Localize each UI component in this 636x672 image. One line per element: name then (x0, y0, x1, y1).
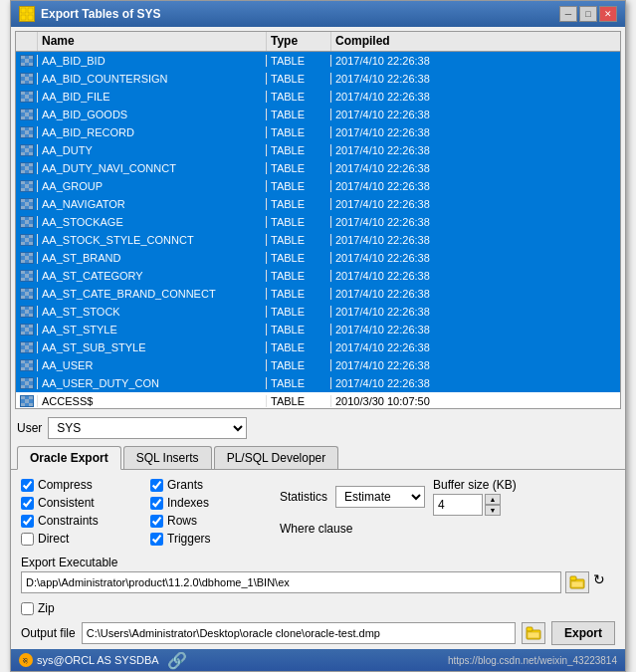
row-icon (16, 180, 38, 192)
zip-checkbox[interactable] (21, 602, 34, 615)
checkbox-compress: Compress (21, 478, 130, 492)
table-icon (20, 306, 34, 318)
triggers-checkbox[interactable] (150, 533, 163, 546)
rows-checkbox[interactable] (150, 515, 163, 528)
row-type: TABLE (267, 377, 331, 389)
row-name: AA_DUTY_NAVI_CONNCT (38, 162, 267, 174)
table-icon (20, 198, 34, 210)
export-button[interactable]: Export (551, 621, 615, 645)
row-compiled: 2017/4/10 22:26:38 (331, 252, 620, 264)
table-row[interactable]: AA_BID_BID TABLE 2017/4/10 22:26:38 (16, 52, 620, 70)
refresh-button[interactable]: ↻ (593, 571, 615, 593)
options-panel: Compress Consistent Constraints Direct (11, 470, 625, 554)
row-type: TABLE (267, 288, 331, 300)
row-compiled: 2017/4/10 22:26:38 (331, 341, 620, 353)
window-title: Export Tables of SYS (41, 7, 160, 21)
table-row[interactable]: AA_DUTY_NAVI_CONNCT TABLE 2017/4/10 22:2… (16, 159, 620, 177)
table-row[interactable]: AA_BID_COUNTERSIGN TABLE 2017/4/10 22:26… (16, 70, 620, 88)
indexes-label: Indexes (167, 496, 209, 510)
table-icon (20, 109, 34, 120)
row-compiled: 2017/4/10 22:26:38 (331, 109, 620, 120)
row-compiled: 2017/4/10 22:26:38 (331, 359, 620, 371)
row-name: AA_STOCK_STYLE_CONNCT (38, 234, 267, 246)
table-icon (20, 126, 34, 138)
svg-rect-3 (28, 15, 33, 20)
spinner-down[interactable]: ▼ (485, 505, 501, 516)
window-icon (19, 6, 35, 22)
row-type: TABLE (267, 162, 331, 174)
table-row[interactable]: AA_USER_DUTY_CON TABLE 2017/4/10 22:26:3… (16, 374, 620, 392)
row-type: TABLE (267, 359, 331, 371)
tab-sql-inserts[interactable]: SQL Inserts (123, 446, 212, 469)
table-row[interactable]: AA_NAVIGATOR TABLE 2017/4/10 22:26:38 (16, 195, 620, 213)
table-row[interactable]: AA_USER TABLE 2017/4/10 22:26:38 (16, 356, 620, 374)
maximize-button[interactable]: □ (579, 6, 597, 22)
user-select[interactable]: SYS (48, 417, 247, 439)
direct-checkbox[interactable] (21, 533, 34, 546)
row-icon (16, 198, 38, 210)
row-compiled: 2017/4/10 22:26:38 (331, 162, 620, 174)
row-icon (16, 359, 38, 371)
row-compiled: 2017/4/10 22:26:38 (331, 144, 620, 156)
table-row[interactable]: AA_BID_GOODS TABLE 2017/4/10 22:26:38 (16, 106, 620, 123)
table-row[interactable]: ACCESS$ TABLE 2010/3/30 10:07:50 (16, 392, 620, 408)
col-icon (16, 32, 38, 51)
table-row[interactable]: AA_STOCK_STYLE_CONNCT TABLE 2017/4/10 22… (16, 231, 620, 249)
row-name: ACCESS$ (38, 395, 267, 407)
row-icon (16, 341, 38, 353)
row-icon (16, 126, 38, 138)
exec-input[interactable] (21, 571, 561, 593)
row-compiled: 2010/3/30 10:07:50 (331, 395, 620, 407)
row-type: TABLE (267, 306, 331, 318)
row-name: AA_BID_GOODS (38, 109, 267, 120)
table-row[interactable]: AA_GROUP TABLE 2017/4/10 22:26:38 (16, 177, 620, 195)
row-name: AA_ST_BRAND (38, 252, 267, 264)
statusbar: ⛓ sys@ORCL AS SYSDBA 🔗 https://blog.csdn… (11, 649, 625, 671)
col-name: Name (38, 32, 267, 51)
where-label: Where clause (280, 522, 352, 536)
table-row[interactable]: AA_ST_CATEGORY TABLE 2017/4/10 22:26:38 (16, 267, 620, 285)
options-row: Compress Consistent Constraints Direct (21, 478, 615, 546)
compress-checkbox[interactable] (21, 479, 34, 492)
output-input[interactable] (82, 622, 516, 644)
constraints-label: Constraints (38, 514, 99, 528)
exec-browse-button[interactable] (565, 571, 589, 593)
indexes-checkbox[interactable] (150, 497, 163, 510)
spinner-up[interactable]: ▲ (485, 494, 501, 505)
table-row[interactable]: AA_BID_RECORD TABLE 2017/4/10 22:26:38 (16, 123, 620, 141)
row-name: AA_GROUP (38, 180, 267, 192)
row-icon (16, 234, 38, 246)
svg-rect-5 (570, 576, 576, 580)
table-body[interactable]: AA_BID_BID TABLE 2017/4/10 22:26:38 AA_B… (16, 52, 620, 408)
table-row[interactable]: AA_ST_SUB_STYLE TABLE 2017/4/10 22:26:38 (16, 338, 620, 356)
constraints-checkbox[interactable] (21, 515, 34, 528)
table-icon (20, 359, 34, 371)
row-type: TABLE (267, 234, 331, 246)
table-row[interactable]: AA_BID_FILE TABLE 2017/4/10 22:26:38 (16, 88, 620, 106)
checkbox-grants: Grants (150, 478, 260, 492)
table-row[interactable]: AA_DUTY TABLE 2017/4/10 22:26:38 (16, 141, 620, 159)
table-row[interactable]: AA_STOCKAGE TABLE 2017/4/10 22:26:38 (16, 213, 620, 231)
tab-oracle-export[interactable]: Oracle Export (17, 446, 121, 470)
output-row: Output file Export (11, 617, 625, 649)
triggers-label: Triggers (167, 532, 211, 546)
row-name: AA_BID_COUNTERSIGN (38, 73, 267, 85)
close-button[interactable]: ✕ (599, 6, 617, 22)
table-row[interactable]: AA_ST_STOCK TABLE 2017/4/10 22:26:38 (16, 303, 620, 321)
output-browse-button[interactable] (522, 622, 545, 644)
row-name: AA_STOCKAGE (38, 216, 267, 228)
options-right: Statistics Estimate Compute None (280, 478, 615, 546)
table-row[interactable]: AA_ST_STYLE TABLE 2017/4/10 22:26:38 (16, 321, 620, 338)
minimize-button[interactable]: ─ (559, 6, 577, 22)
table-row[interactable]: AA_ST_BRAND TABLE 2017/4/10 22:26:38 (16, 249, 620, 267)
row-name: AA_ST_STYLE (38, 324, 267, 336)
svg-rect-9 (528, 632, 539, 638)
options-col2: Grants Indexes Rows Triggers (150, 478, 260, 546)
grants-checkbox[interactable] (150, 479, 163, 492)
user-label: User (17, 421, 42, 435)
tab-plsql-developer[interactable]: PL/SQL Developer (214, 446, 339, 469)
consistent-checkbox[interactable] (21, 497, 34, 510)
statistics-select[interactable]: Estimate Compute None (335, 486, 425, 508)
buffer-input[interactable] (433, 494, 483, 516)
table-row[interactable]: AA_ST_CATE_BRAND_CONNECT TABLE 2017/4/10… (16, 285, 620, 303)
